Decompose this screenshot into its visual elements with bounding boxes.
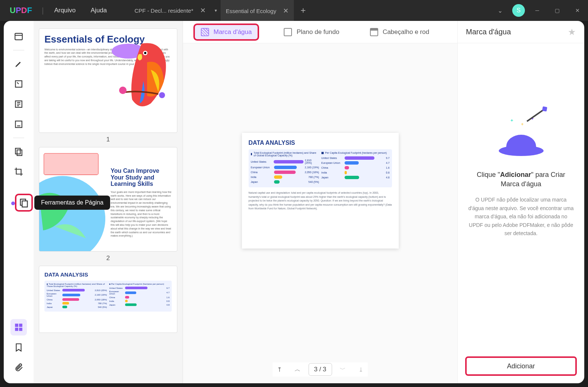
- thumb-title: DATA ANALYSIS: [44, 271, 172, 278]
- app-logo: UPDF: [3, 6, 39, 15]
- thumb-title: You Can Improve Your Study and Learning …: [111, 168, 172, 187]
- svg-rect-9: [19, 328, 22, 331]
- svg-point-16: [159, 92, 165, 98]
- titlebar: UPDF | Arquivo Ajuda CPF - Decl... resid…: [0, 0, 588, 21]
- page-tools-tabs: Marca d'água Plano de fundo Cabeçalho e …: [183, 21, 457, 43]
- header-footer-tab[interactable]: Cabeçalho e rod: [364, 25, 435, 39]
- more-dropdown-icon[interactable]: ⌄: [493, 7, 507, 14]
- thumbnail-item[interactable]: DATA ANALYSIS ■ Total Ecological Footpri…: [39, 266, 177, 333]
- ocr-tool-icon[interactable]: [10, 116, 27, 132]
- prev-page-button[interactable]: ︿: [290, 362, 305, 377]
- next-page-button[interactable]: ﹀: [336, 362, 350, 377]
- tab-label: Cabeçalho e rod: [383, 28, 429, 36]
- close-icon[interactable]: ✕: [283, 7, 289, 15]
- svg-rect-4: [15, 148, 20, 154]
- chart-footnote: Natural capital use and degradation: tot…: [249, 191, 392, 211]
- active-indicator-dot: [11, 202, 15, 205]
- tab-label: Marca d'água: [214, 28, 252, 36]
- page-tools-highlight: Ferramentas de Página: [15, 194, 110, 212]
- document-tab-2[interactable]: Essential of Ecology ✕: [221, 0, 294, 21]
- add-watermark-button[interactable]: Adicionar: [465, 356, 577, 376]
- chart-subheader: Per Capita Ecological Footprint (hectare…: [321, 152, 390, 154]
- header-footer-icon: [370, 28, 378, 36]
- tab-label: Essential of Ecology: [226, 8, 276, 14]
- svg-rect-5: [17, 150, 22, 156]
- watermark-tab[interactable]: Marca d'água: [193, 24, 259, 41]
- svg-point-15: [119, 87, 127, 94]
- panel-description: O UPDF não pôde localizar uma marca d'ág…: [468, 196, 574, 237]
- background-tab[interactable]: Plano de fundo: [278, 25, 345, 39]
- svg-rect-6: [15, 324, 18, 327]
- tab-dropdown-icon[interactable]: ▾: [211, 8, 221, 13]
- close-window-button[interactable]: ✕: [570, 7, 585, 13]
- svg-rect-7: [19, 324, 22, 327]
- organize-tool-icon[interactable]: [10, 143, 27, 160]
- minimize-button[interactable]: ─: [530, 7, 544, 13]
- svg-rect-8: [15, 328, 18, 331]
- svg-point-14: [144, 52, 146, 54]
- page-tools-icon: [19, 197, 29, 208]
- chart-title: DATA ANALYSIS: [249, 140, 392, 146]
- user-avatar[interactable]: S: [512, 4, 525, 17]
- svg-rect-11: [22, 201, 27, 207]
- close-icon[interactable]: ✕: [200, 6, 206, 15]
- editor-area: Marca d'água Plano de fundo Cabeçalho e …: [183, 21, 457, 383]
- app-body: Ferramentas de Página Essentials of Ecol…: [4, 21, 584, 383]
- bookmark-panel-button[interactable]: [10, 339, 27, 356]
- page-number-display[interactable]: 3 / 3: [308, 363, 332, 376]
- document-canvas[interactable]: DATA ANALYSIS Total Ecological Footprint…: [183, 43, 457, 383]
- attachment-panel-button[interactable]: [10, 359, 27, 376]
- tab-label: CPF - Decl... residente*: [134, 7, 193, 14]
- parrot-illustration: [110, 32, 173, 115]
- panel-title: Marca d'água: [466, 28, 511, 36]
- svg-rect-0: [15, 33, 22, 40]
- new-tab-button[interactable]: +: [294, 5, 312, 16]
- menu-help[interactable]: Ajuda: [83, 7, 114, 14]
- panel-header: Marca d'água ★: [458, 21, 584, 43]
- document-page: DATA ANALYSIS Total Ecological Footprint…: [242, 133, 399, 249]
- tab-label: Plano de fundo: [296, 28, 339, 36]
- thumbnail-item[interactable]: Essentials of Ecology Welcome to environ…: [39, 28, 177, 143]
- thumb-number: 1: [39, 136, 177, 143]
- favorite-star-icon[interactable]: ★: [568, 27, 576, 37]
- panel-prompt: Clique "Adicionar" para Criar Marca d'ág…: [468, 170, 574, 189]
- svg-rect-17: [44, 153, 99, 175]
- chart-panel: Total Ecological Footprint (million hect…: [249, 149, 392, 187]
- thumbnails-panel-button[interactable]: [10, 319, 27, 335]
- page-tools-tooltip: Ferramentas de Página: [34, 196, 110, 210]
- page-navigator: ⤒ ︿ 3 / 3 ﹀ ⤓: [273, 362, 368, 377]
- first-page-button[interactable]: ⤒: [273, 362, 287, 377]
- thumb-number: 2: [39, 255, 177, 262]
- document-tab-1[interactable]: CPF - Decl... residente* ✕: [129, 0, 211, 21]
- edit-tool-icon[interactable]: [10, 76, 27, 92]
- thumb-body-text: Your goals are more important than learn…: [111, 190, 172, 238]
- menu-file[interactable]: Arquivo: [47, 7, 83, 14]
- svg-rect-3: [15, 121, 22, 127]
- watermark-panel: Marca d'água ★ ✦ + ✦ Clique "Adicionar" …: [457, 21, 584, 383]
- chart-subheader: Total Ecological Footprint (million hect…: [251, 152, 319, 157]
- crop-tool-icon[interactable]: [10, 163, 27, 180]
- background-icon: [284, 28, 292, 36]
- reader-tool-icon[interactable]: [10, 28, 27, 45]
- last-page-button[interactable]: ⤓: [354, 362, 368, 377]
- text-tool-icon[interactable]: [10, 96, 27, 112]
- watermark-icon: [201, 28, 209, 36]
- magic-hat-illustration: ✦ + ✦: [495, 118, 547, 163]
- highlight-tool-icon[interactable]: [10, 56, 27, 72]
- maximize-button[interactable]: ▢: [550, 7, 565, 13]
- page-tools-button[interactable]: [15, 194, 33, 212]
